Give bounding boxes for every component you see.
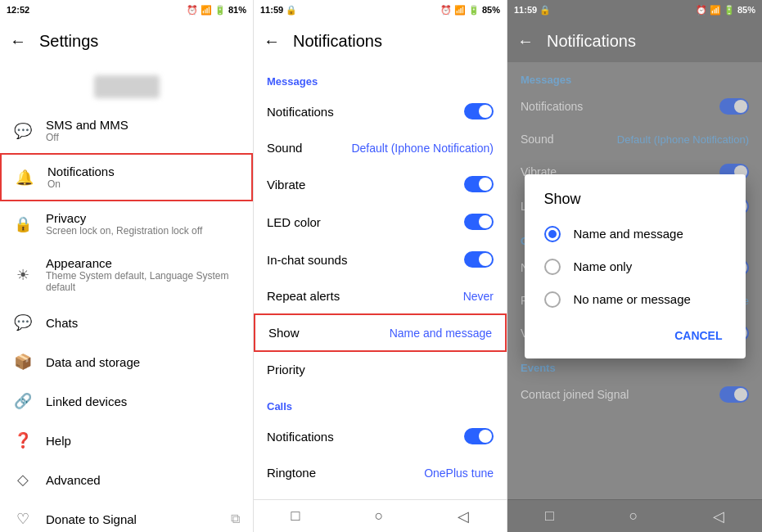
priority-label: Priority xyxy=(267,363,305,376)
appearance-subtitle: Theme System default, Language System de… xyxy=(46,270,240,293)
dialog-option-no-name[interactable]: No name or message xyxy=(525,283,746,316)
panel3-content: 11:59 🔒 ⏰ 📶 🔋 85% ← Notifications Messag… xyxy=(507,0,762,532)
dialog-title: Show xyxy=(525,191,746,218)
inchatsounds-label: In-chat sounds xyxy=(267,253,347,267)
show-label: Show xyxy=(268,326,300,340)
nav-back-2[interactable]: ◁ xyxy=(458,507,469,525)
cancel-button[interactable]: CANCEL xyxy=(665,322,732,349)
settings-header: ← Settings xyxy=(0,20,253,62)
notifications-subtitle: On xyxy=(47,178,115,190)
notifications-title: Notifications xyxy=(293,32,382,51)
settings-title: Settings xyxy=(39,32,98,51)
settings-item-chats[interactable]: 💬 Chats xyxy=(0,303,253,342)
back-arrow-1[interactable]: ← xyxy=(10,32,26,51)
radio-inner-name-message xyxy=(548,230,557,238)
bottom-nav-2: □ ○ ◁ xyxy=(254,499,507,532)
appearance-icon: ☀ xyxy=(13,265,33,285)
status-icons-1: ⏰ 📶 🔋 81% xyxy=(187,5,246,16)
vibrate-label: Vibrate xyxy=(267,178,305,192)
notifications-dialog-panel: 11:59 🔒 ⏰ 📶 🔋 85% ← Notifications Messag… xyxy=(507,0,762,532)
sound-label: Sound xyxy=(267,141,302,155)
notifications-label: Notifications xyxy=(267,105,334,119)
notif-item-ringtone[interactable]: Ringtone OnePlus tune xyxy=(254,455,507,490)
name-message-label: Name and message xyxy=(574,227,683,241)
notifications-panel: 11:59 🔒 ⏰ 📶 🔋 85% ← Notifications Messag… xyxy=(254,0,507,532)
notif-item-show[interactable]: Show Name and message xyxy=(254,313,507,352)
linked-title: Linked devices xyxy=(46,394,127,408)
repeatalerts-value: Never xyxy=(463,290,494,303)
inchatsounds-toggle[interactable] xyxy=(464,251,494,268)
dialog-option-name-only[interactable]: Name only xyxy=(525,250,746,283)
sound-value: Default (Iphone Notification) xyxy=(351,142,494,155)
settings-panel: 12:52 ⏰ 📶 🔋 81% ← Settings 💬 SMS and MMS… xyxy=(0,0,254,532)
notif-item-priority[interactable]: Priority xyxy=(254,352,507,387)
notif-item-notifications[interactable]: Notifications xyxy=(254,92,507,130)
radio-no-name[interactable] xyxy=(544,291,561,308)
sms-subtitle: Off xyxy=(46,132,129,143)
led-label: LED color xyxy=(267,215,321,229)
status-time-2: 11:59 🔒 xyxy=(260,5,297,16)
external-link-icon: ⧉ xyxy=(231,512,240,526)
privacy-icon: 🔒 xyxy=(13,214,33,234)
settings-item-notifications[interactable]: 🔔 Notifications On xyxy=(0,153,253,201)
status-icons-2: ⏰ 📶 🔋 85% xyxy=(440,5,500,16)
no-name-label: No name or message xyxy=(574,292,691,306)
help-title: Help xyxy=(46,434,71,448)
status-time-1: 12:52 xyxy=(7,5,29,15)
repeatalerts-label: Repeat alerts xyxy=(267,289,340,303)
settings-item-storage[interactable]: 📦 Data and storage xyxy=(0,342,253,381)
settings-item-appearance[interactable]: ☀ Appearance Theme System default, Langu… xyxy=(0,246,253,303)
help-icon: ❓ xyxy=(13,431,33,450)
show-dialog: Show Name and message Name only No name … xyxy=(525,174,746,358)
callnotif-label: Notifications xyxy=(267,430,334,444)
status-bar-1: 12:52 ⏰ 📶 🔋 81% xyxy=(0,0,253,20)
nav-square-2[interactable]: □ xyxy=(291,507,300,525)
storage-title: Data and storage xyxy=(46,355,140,369)
advanced-title: Advanced xyxy=(46,473,101,487)
notifications-scroll[interactable]: Messages Notifications Sound Default (Ip… xyxy=(254,62,507,499)
back-arrow-2[interactable]: ← xyxy=(264,32,280,51)
settings-list: 💬 SMS and MMS Off 🔔 Notifications On 🔒 P… xyxy=(0,108,253,532)
dialog-option-name-message[interactable]: Name and message xyxy=(525,218,746,250)
radio-name-only[interactable] xyxy=(544,259,561,275)
notifications-title: Notifications xyxy=(47,165,115,178)
notif-item-callnotif[interactable]: Notifications xyxy=(254,417,507,455)
chats-icon: 💬 xyxy=(13,313,33,332)
notif-item-inchatsounds[interactable]: In-chat sounds xyxy=(254,241,507,278)
notif-item-sound[interactable]: Sound Default (Iphone Notification) xyxy=(254,130,507,165)
name-only-label: Name only xyxy=(574,259,633,273)
notif-item-vibrate[interactable]: Vibrate xyxy=(254,165,507,203)
notif-item-led[interactable]: LED color xyxy=(254,203,507,241)
notifications-icon: 🔔 xyxy=(15,168,34,187)
settings-item-advanced[interactable]: ◇ Advanced xyxy=(0,460,253,499)
settings-item-linked[interactable]: 🔗 Linked devices xyxy=(0,381,253,421)
donate-title: Donate to Signal xyxy=(46,512,137,526)
vibrate-toggle[interactable] xyxy=(464,176,494,192)
ringtone-label: Ringtone xyxy=(267,466,316,480)
settings-item-sms[interactable]: 💬 SMS and MMS Off xyxy=(0,108,253,153)
settings-item-help[interactable]: ❓ Help xyxy=(0,421,253,460)
status-bar-2: 11:59 🔒 ⏰ 📶 🔋 85% xyxy=(254,0,507,20)
notifications-toggle[interactable] xyxy=(464,103,494,119)
sms-icon: 💬 xyxy=(13,121,33,141)
led-toggle[interactable] xyxy=(464,214,494,230)
nav-circle-2[interactable]: ○ xyxy=(374,507,383,525)
notifications-header: ← Notifications xyxy=(254,20,507,62)
callnotif-toggle[interactable] xyxy=(464,428,494,444)
storage-icon: 📦 xyxy=(13,352,33,372)
messages-section-header: Messages xyxy=(254,62,507,92)
settings-item-donate[interactable]: ♡ Donate to Signal ⧉ xyxy=(0,499,253,532)
settings-item-privacy[interactable]: 🔒 Privacy Screen lock on, Registration l… xyxy=(0,201,253,246)
calls-section-header: Calls xyxy=(254,387,507,417)
chats-title: Chats xyxy=(46,316,78,330)
ringtone-value: OnePlus tune xyxy=(424,467,494,480)
notif-item-callvibrate[interactable]: Vibrate xyxy=(254,490,507,499)
avatar-area xyxy=(0,62,253,108)
notif-item-repeatalerts[interactable]: Repeat alerts Never xyxy=(254,278,507,313)
radio-name-message[interactable] xyxy=(544,226,561,242)
show-value: Name and message xyxy=(390,327,492,340)
dialog-actions: CANCEL xyxy=(525,316,746,352)
donate-icon: ♡ xyxy=(13,509,33,529)
sms-title: SMS and MMS xyxy=(46,118,129,132)
dialog-overlay: Show Name and message Name only No name … xyxy=(507,0,762,532)
